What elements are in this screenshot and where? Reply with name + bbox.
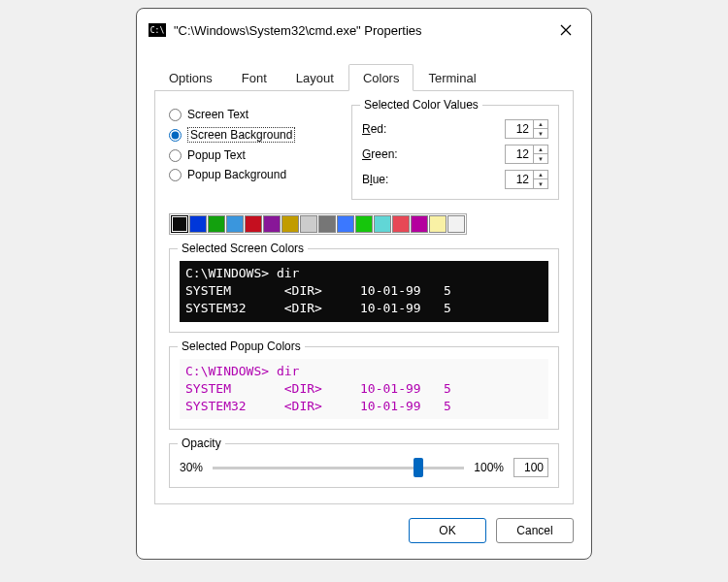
titlebar: C:\ "C:\Windows\System32\cmd.exe" Proper… xyxy=(137,9,591,51)
swatch-7[interactable] xyxy=(300,215,317,233)
dialog-footer: OK Cancel xyxy=(154,518,574,543)
radio-popup-text[interactable]: Popup Text xyxy=(169,146,334,165)
red-down[interactable]: ▼ xyxy=(534,129,547,138)
color-target-group: Screen Text Screen Background Popup Text… xyxy=(169,105,334,200)
selected-color-values: Selected Color Values Red: ▲▼ Green: ▲▼ xyxy=(351,105,559,200)
swatch-5[interactable] xyxy=(263,215,281,233)
dialog-content: Options Font Layout Colors Terminal Scre… xyxy=(137,51,591,559)
blue-up[interactable]: ▲ xyxy=(534,171,547,179)
ok-button[interactable]: OK xyxy=(409,518,486,543)
cmd-icon: C:\ xyxy=(149,23,166,37)
opacity-label: Opacity xyxy=(178,436,225,450)
tab-options[interactable]: Options xyxy=(154,64,227,91)
opacity-min-label: 30% xyxy=(180,461,203,474)
tab-colors[interactable]: Colors xyxy=(348,64,414,91)
red-up[interactable]: ▲ xyxy=(534,120,547,129)
swatch-1[interactable] xyxy=(189,215,207,233)
swatch-13[interactable] xyxy=(411,215,428,233)
swatch-3[interactable] xyxy=(226,215,244,233)
green-up[interactable]: ▲ xyxy=(534,146,547,154)
radio-screen-text[interactable]: Screen Text xyxy=(169,105,334,124)
swatch-0[interactable] xyxy=(171,215,188,233)
screen-preview-title: Selected Screen Colors xyxy=(178,242,308,255)
cancel-button[interactable]: Cancel xyxy=(496,518,574,543)
close-icon xyxy=(560,24,572,36)
window-title: "C:\Windows\System32\cmd.exe" Properties xyxy=(174,23,552,38)
green-spinner[interactable]: ▲▼ xyxy=(505,145,548,164)
blue-label: Blue: xyxy=(362,173,505,186)
swatch-9[interactable] xyxy=(337,215,354,233)
tab-strip: Options Font Layout Colors Terminal xyxy=(154,63,574,91)
tab-font[interactable]: Font xyxy=(227,64,281,91)
opacity-group: Opacity 30% 100% xyxy=(169,443,559,488)
tab-layout[interactable]: Layout xyxy=(281,64,348,91)
green-input[interactable] xyxy=(505,145,534,164)
swatch-15[interactable] xyxy=(447,215,465,233)
selected-screen-colors: Selected Screen Colors C:\WINDOWS> dir S… xyxy=(169,248,559,333)
swatch-12[interactable] xyxy=(392,215,410,233)
swatch-8[interactable] xyxy=(318,215,336,233)
opacity-input[interactable] xyxy=(513,458,548,477)
selected-popup-colors: Selected Popup Colors C:\WINDOWS> dir SY… xyxy=(169,346,559,431)
green-down[interactable]: ▼ xyxy=(534,154,547,163)
color-palette xyxy=(169,213,467,235)
radio-popup-background[interactable]: Popup Background xyxy=(169,165,334,184)
green-label: Green: xyxy=(362,147,505,161)
opacity-slider[interactable] xyxy=(213,467,464,469)
red-label: Red: xyxy=(362,122,505,136)
swatch-10[interactable] xyxy=(355,215,373,233)
screen-preview: C:\WINDOWS> dir SYSTEM <DIR> 10-01-99 5 … xyxy=(180,261,548,322)
blue-spinner[interactable]: ▲▼ xyxy=(505,170,548,189)
radio-screen-background[interactable]: Screen Background xyxy=(169,124,334,146)
blue-down[interactable]: ▼ xyxy=(534,179,547,188)
tab-terminal[interactable]: Terminal xyxy=(414,64,490,91)
red-spinner[interactable]: ▲▼ xyxy=(505,119,548,139)
swatch-14[interactable] xyxy=(429,215,447,233)
colors-panel: Screen Text Screen Background Popup Text… xyxy=(154,91,574,504)
blue-input[interactable] xyxy=(505,170,534,189)
popup-preview-title: Selected Popup Colors xyxy=(178,340,305,353)
swatch-2[interactable] xyxy=(208,215,225,233)
swatch-11[interactable] xyxy=(374,215,391,233)
close-button[interactable] xyxy=(552,16,579,44)
popup-preview: C:\WINDOWS> dir SYSTEM <DIR> 10-01-99 5 … xyxy=(180,359,548,420)
properties-dialog: C:\ "C:\Windows\System32\cmd.exe" Proper… xyxy=(136,8,592,560)
red-input[interactable] xyxy=(505,119,534,139)
scv-title: Selected Color Values xyxy=(360,98,482,112)
opacity-max-label: 100% xyxy=(474,461,504,474)
swatch-4[interactable] xyxy=(245,215,262,233)
swatch-6[interactable] xyxy=(281,215,299,233)
